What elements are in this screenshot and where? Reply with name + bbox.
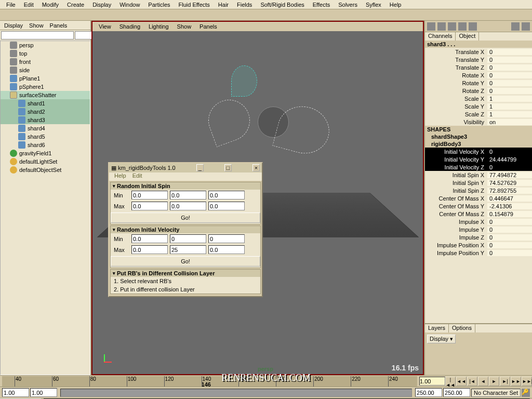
- outliner-item-shard1[interactable]: shard1: [1, 99, 90, 108]
- channel-value[interactable]: 0: [487, 227, 532, 233]
- channel-row[interactable]: Translate X0: [425, 48, 532, 56]
- menu-modify[interactable]: Modify: [38, 1, 63, 9]
- menu-fields[interactable]: Fields: [233, 1, 256, 9]
- channel-value[interactable]: 1: [487, 96, 532, 102]
- menu-create[interactable]: Create: [63, 1, 88, 9]
- play-button[interactable]: ►: [489, 377, 499, 386]
- view-menu-shading[interactable]: Shading: [115, 22, 144, 31]
- channel-row[interactable]: Impulse Position Y0: [425, 249, 532, 257]
- range-start[interactable]: [30, 388, 57, 397]
- channel-row[interactable]: Translate Y0: [425, 56, 532, 63]
- channel-value[interactable]: 72.892755: [487, 188, 532, 194]
- vel-min-y[interactable]: [170, 234, 206, 243]
- outliner-item-side[interactable]: side: [1, 66, 90, 74]
- shade-icon[interactable]: [522, 22, 530, 31]
- channel-row[interactable]: Rotate Z0: [425, 87, 532, 95]
- channel-value[interactable]: 0: [487, 242, 532, 248]
- outliner-item-pPlane1[interactable]: pPlane1: [1, 74, 90, 83]
- shelf-icon[interactable]: [458, 22, 467, 31]
- vel-max-x[interactable]: [131, 245, 168, 254]
- channel-row[interactable]: Initial Spin Y74.527629: [425, 179, 532, 187]
- shelf-icon[interactable]: [427, 22, 435, 31]
- channel-value[interactable]: 74.527629: [487, 180, 532, 186]
- menu-effects[interactable]: Effects: [309, 1, 334, 9]
- menu-edit[interactable]: Edit: [20, 1, 38, 9]
- channel-value[interactable]: -2.41306: [487, 203, 532, 209]
- tab-layers[interactable]: Layers: [425, 324, 449, 332]
- channel-value[interactable]: 0: [487, 88, 532, 94]
- outliner-item-defaultLightSet[interactable]: defaultLightSet: [1, 157, 90, 166]
- channel-row[interactable]: Scale X1: [425, 95, 532, 102]
- shelf-icon[interactable]: [469, 22, 477, 31]
- outliner-item-shard6[interactable]: shard6: [1, 141, 90, 149]
- channel-value[interactable]: 0: [487, 149, 532, 155]
- rewind-start-button[interactable]: |◄◄: [445, 377, 456, 386]
- outliner-item-defaultObjectSet[interactable]: defaultObjectSet: [1, 166, 90, 174]
- maximize-button[interactable]: □: [224, 164, 232, 171]
- menu-file[interactable]: File: [2, 1, 20, 9]
- channel-value[interactable]: 0: [487, 49, 532, 55]
- shape-name[interactable]: shardShape3: [425, 133, 532, 140]
- step-fwd-button[interactable]: ►|: [500, 377, 510, 386]
- range-end[interactable]: [415, 388, 442, 397]
- channel-value[interactable]: 0: [487, 219, 532, 225]
- channel-row[interactable]: Impulse Position X0: [425, 241, 532, 249]
- channel-row[interactable]: Initial Spin X77.494872: [425, 171, 532, 179]
- tab-channels[interactable]: Channels: [425, 32, 456, 41]
- dlg-menu-help[interactable]: Help: [111, 172, 129, 179]
- menu-solvers[interactable]: Solvers: [334, 1, 362, 9]
- vel-max-y[interactable]: [170, 245, 206, 254]
- vel-min-x[interactable]: [131, 234, 168, 243]
- axis-icon[interactable]: [511, 22, 520, 31]
- outliner-item-surfaceShatter[interactable]: surfaceShatter: [1, 91, 90, 99]
- channel-value[interactable]: 0: [487, 57, 532, 63]
- menu-help[interactable]: Help: [385, 1, 406, 9]
- channel-value[interactable]: 0: [487, 234, 532, 241]
- anim-end[interactable]: [443, 388, 470, 397]
- menu-display[interactable]: Display: [88, 1, 115, 9]
- autokey-icon[interactable]: 🔑: [522, 389, 530, 397]
- channel-row[interactable]: Initial Velocity Y24.444799: [425, 155, 532, 163]
- step-back-button[interactable]: |◄: [467, 377, 477, 386]
- spin-max-x[interactable]: [131, 202, 168, 210]
- channel-row[interactable]: Visibilityon: [425, 118, 532, 126]
- view-menu-show[interactable]: Show: [173, 22, 196, 31]
- tab-object[interactable]: Object: [456, 32, 479, 41]
- outliner-tree[interactable]: persptopfrontsidepPlane1pSphere1surfaceS…: [0, 41, 90, 375]
- channel-row[interactable]: Scale Z1: [425, 110, 532, 118]
- channel-row[interactable]: Scale Y1: [425, 102, 532, 110]
- channel-value[interactable]: 0: [487, 64, 532, 71]
- channel-row[interactable]: Initial Velocity Z0: [425, 163, 532, 171]
- channel-value[interactable]: on: [487, 119, 532, 125]
- vel-go-button[interactable]: Go!: [111, 256, 260, 267]
- fwd-button[interactable]: ►►: [511, 377, 521, 386]
- menu-window[interactable]: Window: [115, 1, 144, 9]
- channel-row[interactable]: Initial Spin Z72.892755: [425, 187, 532, 194]
- range-slider[interactable]: [60, 389, 412, 397]
- rewind-button[interactable]: ◄◄: [456, 377, 467, 386]
- channel-value[interactable]: 0: [487, 250, 532, 256]
- channel-value[interactable]: 0: [487, 164, 532, 170]
- tab-options[interactable]: Options: [449, 324, 475, 332]
- spin-max-z[interactable]: [208, 202, 245, 210]
- outliner-item-shard2[interactable]: shard2: [1, 108, 90, 116]
- channel-row[interactable]: Translate Z0: [425, 63, 532, 71]
- spin-go-button[interactable]: Go!: [111, 212, 260, 223]
- menu-softrigidbodies[interactable]: Soft/Rigid Bodies: [256, 1, 308, 9]
- section-header[interactable]: Put RB's in Different Collision Layer: [111, 270, 260, 277]
- display-dropdown[interactable]: Display ▾: [427, 335, 456, 343]
- tab-display[interactable]: Display: [1, 21, 26, 30]
- timeline[interactable]: 146 406080100120140160180200220240 |◄◄ ◄…: [0, 375, 532, 387]
- channel-value[interactable]: 1: [487, 103, 532, 110]
- spin-min-y[interactable]: [170, 191, 206, 200]
- view-menu-panels[interactable]: Panels: [195, 22, 221, 31]
- outliner-item-shard4[interactable]: shard4: [1, 124, 90, 132]
- outliner-item-pSphere1[interactable]: pSphere1: [1, 83, 90, 91]
- vel-min-z[interactable]: [208, 234, 245, 243]
- tab-show[interactable]: Show: [26, 21, 47, 30]
- tab-panels[interactable]: Panels: [47, 21, 71, 30]
- channel-row[interactable]: Center Of Mass Z0.154879: [425, 210, 532, 218]
- channel-value[interactable]: 77.494872: [487, 172, 532, 178]
- rigidbody-name[interactable]: rigidBody3: [425, 140, 532, 148]
- view-menu-view[interactable]: View: [95, 22, 115, 31]
